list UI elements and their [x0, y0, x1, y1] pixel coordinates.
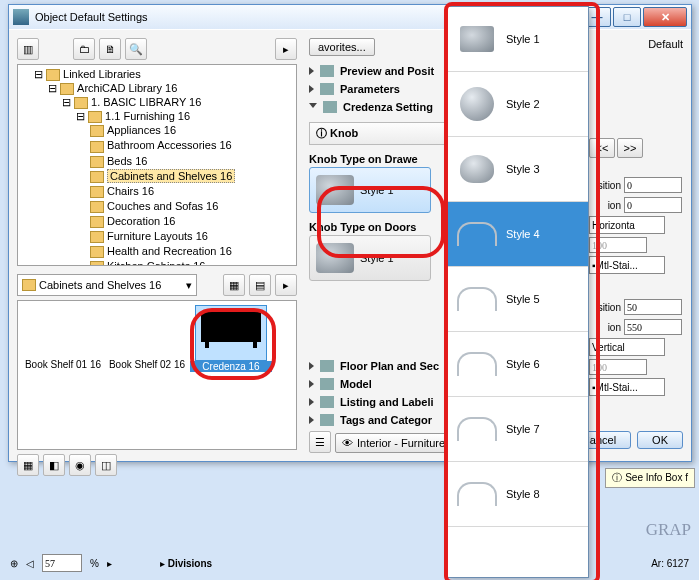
chevron-down-icon: ▾: [186, 279, 192, 292]
toolbar-btn-1[interactable]: ▥: [17, 38, 39, 60]
tree-item[interactable]: Cabinets and Shelves 16: [90, 169, 294, 184]
style-option[interactable]: Style 6: [448, 332, 588, 397]
favorites-button[interactable]: avorites...: [309, 38, 375, 56]
orient2-select[interactable]: Vertical: [589, 338, 665, 356]
view-btn-3[interactable]: ▸: [275, 274, 297, 296]
style-option[interactable]: Style 7: [448, 397, 588, 462]
off1-input[interactable]: [589, 237, 647, 253]
tree-item[interactable]: Couches and Sofas 16: [90, 199, 294, 214]
divisions-label: Divisions: [168, 558, 212, 569]
style-option[interactable]: Style 8: [448, 462, 588, 527]
default-label: Default: [589, 38, 683, 50]
toolbar-btn-4[interactable]: ▸: [275, 38, 297, 60]
ion1-input[interactable]: [624, 197, 682, 213]
library-tree[interactable]: ⊟ Linked Libraries ⊟ ArchiCAD Library 16…: [17, 64, 297, 266]
svg-rect-15: [44, 387, 82, 431]
info-bar: ⓘ See Info Box f: [605, 468, 695, 488]
mtl2-select[interactable]: ▪ Mtl-Stai...: [589, 378, 665, 396]
svg-rect-20: [128, 387, 166, 431]
tree-item[interactable]: Furniture Layouts 16: [90, 229, 294, 244]
search-button[interactable]: 🔍: [125, 38, 147, 60]
toolbar-btn-2[interactable]: 🗀: [73, 38, 95, 60]
tree-item[interactable]: 1. BASIC LIBRARY 16: [91, 96, 201, 108]
tree-item[interactable]: Chairs 16: [90, 184, 294, 199]
view-btn-2[interactable]: ▤: [249, 274, 271, 296]
combo-label: Cabinets and Shelves 16: [39, 279, 161, 291]
orient1-select[interactable]: Horizonta: [589, 216, 665, 234]
strip-btn-3[interactable]: ◉: [69, 454, 91, 476]
nav-prev-button[interactable]: <<: [589, 138, 615, 158]
strip-btn-1[interactable]: ▦: [17, 454, 39, 476]
nav-next-button[interactable]: >>: [617, 138, 643, 158]
interior-button[interactable]: 👁 Interior - Furniture ▸: [335, 433, 462, 453]
tree-root[interactable]: Linked Libraries: [63, 68, 141, 80]
tree-item[interactable]: Bathroom Accessories 16: [90, 138, 294, 153]
svg-rect-0: [44, 309, 82, 353]
layer-icon[interactable]: ☰: [309, 431, 331, 453]
pos2-input[interactable]: [624, 299, 682, 315]
ion2-input[interactable]: [624, 319, 682, 335]
strip-btn-4[interactable]: ◫: [95, 454, 117, 476]
area-readout: Ar: 6127: [651, 558, 689, 569]
tree-item[interactable]: 1.1 Furnishing 16: [105, 110, 190, 122]
thumbnail[interactable]: [22, 383, 104, 450]
thumbnail[interactable]: Credenza 16: [190, 305, 272, 381]
style-option[interactable]: Style 5: [448, 267, 588, 332]
close-button[interactable]: ✕: [643, 7, 687, 27]
svg-rect-13: [205, 342, 209, 348]
style-option[interactable]: Style 1: [448, 7, 588, 72]
tree-item[interactable]: Health and Recreation 16: [90, 244, 294, 259]
thumbnail[interactable]: Book Shelf 02 16: [106, 305, 188, 381]
style-popup[interactable]: Style 1Style 2Style 3Style 4Style 5Style…: [447, 6, 589, 578]
left-toolbar: ▥ 🗀 🗎 🔍 ▸: [17, 38, 297, 60]
svg-rect-5: [128, 309, 166, 353]
style-option[interactable]: Style 2: [448, 72, 588, 137]
svg-rect-25: [208, 385, 254, 421]
zoom-input[interactable]: [42, 554, 82, 572]
view-btn-1[interactable]: ▦: [223, 274, 245, 296]
thumbnail[interactable]: [106, 383, 188, 450]
toolbar-btn-3[interactable]: 🗎: [99, 38, 121, 60]
thumbnail[interactable]: [190, 383, 272, 450]
thumbnail-grid[interactable]: Book Shelf 01 16Book Shelf 02 16Credenza…: [17, 300, 297, 450]
pos1-input[interactable]: [624, 177, 682, 193]
style-option[interactable]: Style 4: [448, 202, 588, 267]
mtl1-select[interactable]: ▪ Mtl-Stai...: [589, 256, 665, 274]
maximize-button[interactable]: □: [613, 7, 641, 27]
tree-item[interactable]: Kitchen Cabinets 16: [90, 259, 294, 266]
strip-btn-2[interactable]: ◧: [43, 454, 65, 476]
tree-item[interactable]: Appliances 16: [90, 123, 294, 138]
svg-rect-10: [201, 312, 261, 342]
background-text: GRAP: [646, 520, 691, 540]
svg-rect-14: [253, 342, 257, 348]
ok-button[interactable]: OK: [637, 431, 683, 449]
style-option[interactable]: Style 3: [448, 137, 588, 202]
app-icon: [13, 9, 29, 25]
tree-item[interactable]: Decoration 16: [90, 214, 294, 229]
knob-drawer-picker[interactable]: Style 1: [309, 167, 431, 213]
folder-combo[interactable]: Cabinets and Shelves 16 ▾: [17, 274, 197, 296]
off2-input[interactable]: [589, 359, 647, 375]
tree-item[interactable]: Beds 16: [90, 154, 294, 169]
thumbnail[interactable]: Book Shelf 01 16: [22, 305, 104, 381]
tree-item[interactable]: ArchiCAD Library 16: [77, 82, 177, 94]
dialog-window: Object Default Settings — □ ✕ ▥ 🗀 🗎 🔍 ▸ …: [8, 4, 692, 462]
knob-door-picker[interactable]: Style 1: [309, 235, 431, 281]
